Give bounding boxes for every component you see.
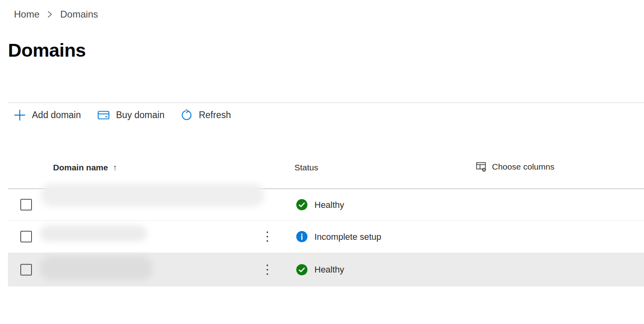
payment-card-icon [97,110,110,121]
column-settings-icon [476,161,487,172]
row-checkbox[interactable] [20,199,32,211]
breadcrumb-home[interactable]: Home [14,9,40,20]
refresh-label: Refresh [199,110,231,121]
toolbar-top-divider [8,102,644,103]
sort-ascending-icon: ↑ [113,163,117,172]
toolbar: Add domain Buy domain Refresh [14,109,231,121]
refresh-button[interactable]: Refresh [181,109,231,121]
plus-icon [14,109,26,121]
domains-table-body: Healthy Incomplete setup [0,189,644,286]
row-checkbox[interactable] [20,231,32,243]
refresh-icon [181,109,192,121]
table-row: Healthy [0,189,644,221]
choose-columns-button[interactable]: Choose columns [476,161,554,172]
buy-domain-button[interactable]: Buy domain [97,110,164,121]
domain-name-link-redacted[interactable] [40,225,147,241]
domain-name-header-label: Domain name [53,163,108,172]
buy-domain-label: Buy domain [116,110,164,121]
domain-name-link-redacted[interactable] [41,184,264,207]
status-badge: Incomplete setup [296,231,381,243]
table-row: Healthy [0,253,644,286]
gear-icon [482,168,486,172]
breadcrumb-domains: Domains [60,9,98,20]
row-more-actions-button[interactable] [265,230,270,243]
breadcrumb: Home Domains [14,9,98,20]
status-label: Incomplete setup [314,231,381,242]
column-header-domain-name[interactable]: Domain name ↑ [53,163,117,172]
status-badge: Healthy [296,199,344,211]
status-label: Healthy [314,200,344,210]
add-domain-button[interactable]: Add domain [14,109,81,121]
table-row: Incomplete setup [0,221,644,253]
row-checkbox[interactable] [20,264,32,275]
healthy-check-icon [296,199,308,211]
domain-name-link-redacted[interactable] [40,256,152,280]
page-title: Domains [8,39,86,61]
chevron-right-icon [47,10,53,19]
choose-columns-label: Choose columns [492,162,554,172]
row-more-actions-button[interactable] [265,263,270,277]
status-badge: Healthy [296,264,344,275]
add-domain-label: Add domain [32,110,81,121]
status-label: Healthy [314,265,344,275]
info-icon [296,231,308,243]
column-header-status[interactable]: Status [294,163,318,172]
healthy-check-icon [296,264,308,275]
